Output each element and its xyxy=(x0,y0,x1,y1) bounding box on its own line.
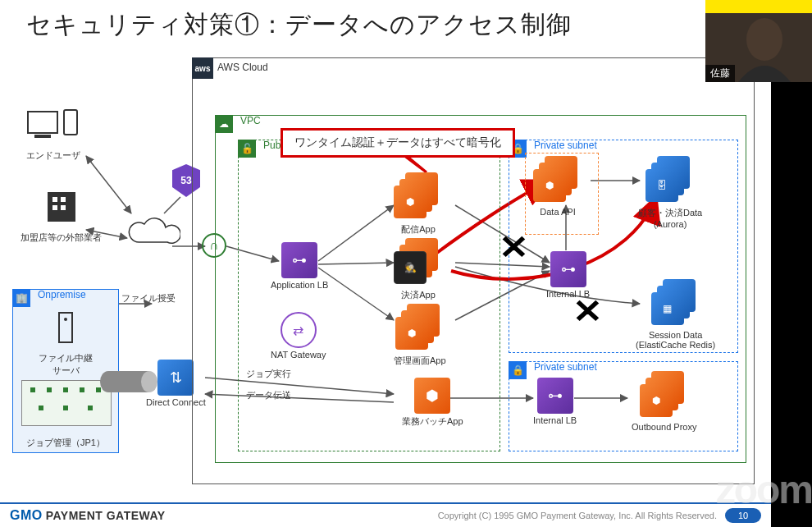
internal-lb-upper-icon: ⊶ Internal LB xyxy=(546,251,590,299)
aurora-db-label: 顧客・決済Data (Aurora) xyxy=(638,207,702,229)
presenter-name: 佐藤 xyxy=(705,65,735,82)
slide-title: セキュリティ対策①：データへのアクセス制御 xyxy=(26,8,572,42)
internal-lb-lower-label: Internal LB xyxy=(533,415,577,425)
brand-bold: GMO xyxy=(10,508,43,523)
onpremise-title: Onpremise xyxy=(38,289,86,300)
lock-open-icon: 🔓 xyxy=(238,140,256,158)
admin-app-label: 管理画面App xyxy=(394,355,446,367)
lock-icon: 🔒 xyxy=(509,361,527,379)
vpc-title: VPC xyxy=(240,115,261,126)
nat-gateway-icon: ⇄ NAT Gateway xyxy=(271,312,326,360)
building-icon: 🏢 xyxy=(12,289,30,307)
session-data-label: Session Data (ElastiCache Redis) xyxy=(636,330,715,350)
distribution-app-label: 配信App xyxy=(394,223,443,236)
page-number: 10 xyxy=(725,508,761,523)
brand-logo: GMO PAYMENT GATEWAY xyxy=(10,508,166,523)
svg-rect-23 xyxy=(52,197,57,202)
svg-rect-24 xyxy=(61,197,66,202)
svg-rect-26 xyxy=(61,205,66,210)
batch-app-label: 業務バッチApp xyxy=(402,415,463,428)
data-api-icon: ⬢ Data API xyxy=(533,156,582,217)
distribution-app-icon: ⬢ 配信App xyxy=(394,172,443,236)
aurora-db-icon: 🗄 顧客・決済Data (Aurora) xyxy=(638,156,702,229)
copyright-text: Copyright (C) 1995 GMO Payment Gateway, … xyxy=(438,511,717,520)
merchant-label: 加盟店等の外部業者 xyxy=(21,231,102,244)
internal-lb-lower-icon: ⊶ Internal LB xyxy=(533,378,577,425)
internet-cloud-icon xyxy=(123,209,180,262)
outbound-proxy-icon: ⬢ Outbound Proxy xyxy=(632,371,697,432)
batch-app-icon: ⬢ 業務バッチApp xyxy=(402,378,463,428)
session-data-icon: ▦ Session Data (ElastiCache Redis) xyxy=(636,279,715,350)
application-lb-icon: ⊶ Application LB xyxy=(271,242,328,290)
payment-app-icon: 🕵️ 決済App xyxy=(394,238,443,301)
aws-logo-icon: aws xyxy=(192,57,213,79)
diagram-canvas: エンドユーザ 加盟店等の外部業者 53 ∩ 🏢 Onpremise ファイル中継… xyxy=(8,49,763,499)
presenter-webcam: 佐藤 xyxy=(705,0,812,82)
svg-rect-19 xyxy=(28,112,57,133)
svg-point-32 xyxy=(746,18,782,61)
svg-rect-20 xyxy=(34,135,51,138)
svg-rect-27 xyxy=(59,313,72,342)
slide-footer: GMO PAYMENT GATEWAY Copyright (C) 1995 G… xyxy=(0,502,771,527)
outbound-proxy-label: Outbound Proxy xyxy=(632,422,697,432)
internal-lb-upper-label: Internal LB xyxy=(546,289,590,299)
merchant-icon: 加盟店等の外部業者 xyxy=(21,189,102,244)
file-relay-server-icon: ファイル中継 サーバ xyxy=(13,311,118,377)
private-subnet-lower-title: Private subnet xyxy=(534,361,597,373)
data-api-label: Data API xyxy=(533,207,582,217)
end-user-icon: エンドユーザ xyxy=(25,107,82,162)
security-callout: ワンタイム認証＋データはすべて暗号化 xyxy=(281,128,515,158)
svg-rect-21 xyxy=(64,110,77,135)
file-exchange-label: ファイル授受 xyxy=(121,292,176,305)
payment-app-label: 決済App xyxy=(394,289,443,301)
aws-cloud-title: AWS Cloud xyxy=(217,62,268,73)
svg-point-28 xyxy=(64,318,67,321)
slide: セキュリティ対策①：データへのアクセス制御 xyxy=(0,0,771,527)
end-user-label: エンドユーザ xyxy=(25,149,82,162)
application-lb-label: Application LB xyxy=(271,280,328,290)
admin-app-icon: ⬢ 管理画面App xyxy=(394,304,446,367)
svg-rect-25 xyxy=(52,205,57,210)
private-subnet-upper-title: Private subnet xyxy=(534,140,597,151)
job-mgr-label: ジョブ管理（JP1） xyxy=(13,437,118,449)
nat-gateway-label: NAT Gateway xyxy=(271,350,326,360)
brand-plain: PAYMENT GATEWAY xyxy=(46,509,166,522)
cloud-icon: ☁ xyxy=(215,115,233,133)
